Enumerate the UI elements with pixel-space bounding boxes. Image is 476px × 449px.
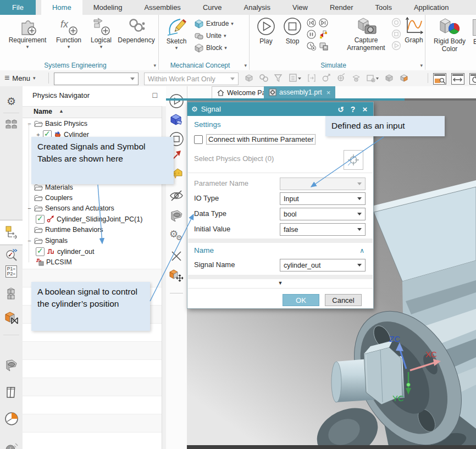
close-dialog-button[interactable]: × [359, 102, 371, 116]
group-dropdown-icon[interactable]: ▾ [420, 63, 423, 68]
tab-assembly1-prt[interactable]: assembly1.prt × [264, 86, 335, 98]
sketch-button[interactable]: Sketch ▾ [162, 16, 191, 50]
group-dropdown-icon[interactable]: ▾ [153, 63, 156, 68]
group-dropdown-icon[interactable]: ▾ [244, 63, 247, 68]
unite-button[interactable]: Unite ▾ [194, 30, 247, 42]
dropdown-arrow-icon[interactable]: ▾ [26, 45, 29, 49]
dropdown-arrow-icon[interactable]: ▾ [224, 45, 227, 51]
hide-object-button[interactable] [166, 190, 187, 202]
point-constructor-icon[interactable] [336, 73, 346, 83]
snapshot-button[interactable] [319, 30, 328, 39]
requirement-button[interactable]: Requirement ▾ [4, 16, 51, 49]
play-simulation-button[interactable] [166, 93, 187, 109]
move-object-button[interactable] [166, 268, 187, 283]
window-fit-button[interactable] [451, 73, 464, 85]
menu-button[interactable]: ≡ Menu ▾ [4, 73, 35, 84]
cancel-tool-button[interactable] [166, 250, 187, 262]
datum-csys-icon[interactable] [351, 73, 361, 83]
rewind-to-start-button[interactable] [307, 18, 316, 27]
tree-item-cylinder-out[interactable]: ✓ cylinder_out [23, 246, 162, 257]
function-button[interactable]: fx Function ▾ [53, 16, 85, 49]
tree-item-sensors-actuators[interactable]: − Sensors and Actuators [23, 203, 162, 213]
record-stop-button[interactable] [391, 29, 401, 39]
rigid-body-color-button[interactable]: Rigid Body Color [428, 16, 472, 53]
graph-button[interactable]: Graph [403, 16, 424, 45]
tab-modeling[interactable]: Modeling [82, 0, 134, 15]
preferences-button[interactable]: ⚙ ⚙ [166, 230, 187, 245]
capture-arrangement-button[interactable]: Capture Arrangement [342, 16, 390, 52]
signal-name-select[interactable]: cylinder_out [280, 259, 366, 271]
simulation-speed-button[interactable] [307, 41, 316, 51]
tab-curve[interactable]: Curve [192, 0, 233, 15]
logical-button[interactable]: Logical ▾ [87, 16, 115, 49]
parameter-name-select[interactable] [280, 178, 366, 190]
collision-pairs-button[interactable] [0, 311, 23, 325]
tab-application[interactable]: Application [403, 0, 460, 15]
tree-item-signals[interactable]: − Signals [23, 235, 162, 246]
collapse-toggle-icon[interactable]: − [27, 237, 32, 244]
expand-dialog-icon[interactable]: ▼ [187, 280, 373, 286]
assembly-navigator-button[interactable] [0, 118, 23, 130]
window-refresh-button[interactable] [469, 73, 476, 85]
expressions-button[interactable]: P1= P2= [0, 265, 23, 278]
tab-tools[interactable]: Tools [364, 0, 403, 15]
rigid-body-tool-button[interactable] [166, 113, 187, 127]
connect-runtime-checkbox[interactable] [194, 135, 203, 144]
close-tab-icon[interactable]: × [326, 88, 331, 97]
step-forward-button[interactable] [319, 18, 328, 27]
play-button[interactable]: Play [254, 16, 278, 46]
window-search-button[interactable] [433, 73, 446, 85]
data-type-select[interactable]: bool [280, 208, 366, 220]
tab-assemblies[interactable]: Assemblies [133, 0, 191, 15]
ok-button[interactable]: OK [283, 294, 319, 306]
tab-home[interactable]: Home [41, 0, 82, 15]
command-finder-input[interactable] [54, 73, 139, 85]
shaded-view-icon[interactable] [384, 73, 394, 83]
collapse-section-icon[interactable]: ∧ [359, 247, 364, 254]
active-checkbox[interactable]: ✓ [36, 215, 45, 224]
time-pie-button[interactable] [0, 412, 23, 426]
part-library-button[interactable] [0, 286, 23, 301]
dependency-button[interactable]: Dependency [117, 16, 156, 45]
pause-button[interactable] [307, 30, 316, 39]
move-handles-icon[interactable] [307, 73, 317, 83]
dropdown-arrow-icon[interactable]: ▾ [68, 45, 70, 49]
active-checkbox[interactable]: ✓ [36, 247, 45, 256]
information-button[interactable]: i [0, 442, 23, 449]
physics-navigator-button-active[interactable] [0, 220, 23, 245]
select-object-button[interactable] [344, 150, 363, 170]
fixture-tool-button[interactable] [166, 209, 187, 223]
column-header-name[interactable]: Name ▲ [23, 106, 162, 118]
reset-button[interactable]: ↺ [335, 102, 347, 116]
tab-file[interactable]: File [0, 0, 36, 15]
tree-item-sliding-joint[interactable]: ✓ Cylinder_SlidingJoint_PC(1) [23, 214, 162, 224]
dropdown-arrow-icon[interactable]: ▾ [231, 21, 234, 26]
navigation-settings-button[interactable]: ⚙ [0, 95, 23, 108]
tree-item-plcsim[interactable]: PLCSIM [23, 257, 162, 267]
extrude-button[interactable]: Extrude ▾ [194, 18, 247, 30]
save-arrangement-button[interactable] [319, 41, 328, 51]
plane-tool-icon[interactable] [366, 73, 379, 83]
library-books-button[interactable] [0, 385, 23, 400]
dropdown-arrow-icon[interactable]: ▾ [224, 33, 226, 38]
tab-view[interactable]: View [281, 0, 319, 15]
initial-value-select[interactable]: false [280, 223, 366, 236]
panel-maximize-icon[interactable]: □ [153, 91, 157, 99]
tree-item-runtime-behaviors[interactable]: Runtime Behaviors [23, 224, 162, 235]
record-button[interactable] [391, 18, 401, 27]
part-filter-icon[interactable] [289, 73, 302, 83]
tree-item-basic-physics[interactable]: − Basic Physics [23, 118, 162, 129]
tree-item-couplers[interactable]: Couplers [23, 192, 162, 203]
snap-point-icon[interactable] [322, 73, 331, 83]
selection-filter-icon[interactable] [274, 73, 284, 83]
fixture-button[interactable] [0, 359, 23, 372]
tab-analysis[interactable]: Analysis [233, 0, 281, 15]
cancel-button[interactable]: Cancel [325, 294, 362, 306]
record-play-button[interactable] [391, 41, 401, 51]
solid-body-icon[interactable] [244, 73, 254, 83]
search-scope-select[interactable]: Within Work Part Only [144, 73, 239, 85]
work-view-icon[interactable] [399, 73, 409, 83]
reuse-library-button[interactable] [0, 248, 23, 261]
tab-render[interactable]: Render [319, 0, 364, 15]
dropdown-arrow-icon[interactable]: ▾ [175, 46, 178, 50]
